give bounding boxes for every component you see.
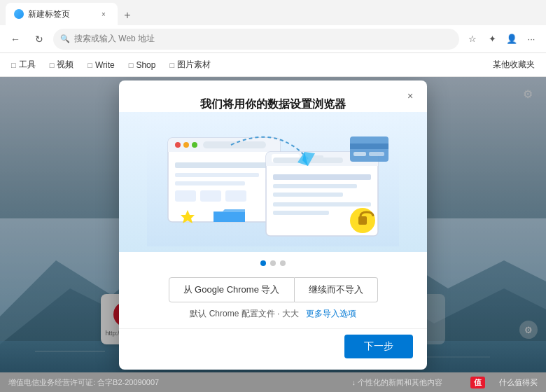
bookmark-tools-label: 工具 bbox=[19, 59, 36, 71]
svg-point-12 bbox=[175, 142, 181, 148]
svg-rect-15 bbox=[203, 141, 266, 148]
tab-bar: 新建标签页 × + bbox=[6, 0, 137, 25]
bookmark-images-label: 图片素材 bbox=[177, 59, 211, 71]
tab-title: 新建标签页 bbox=[28, 8, 70, 20]
new-tab-button[interactable]: + bbox=[118, 6, 137, 25]
svg-rect-38 bbox=[354, 152, 366, 156]
bookmark-images[interactable]: □ 图片素材 bbox=[164, 56, 216, 74]
import-from-chrome-button[interactable]: 从 Google Chrome 导入 bbox=[169, 277, 295, 302]
address-bar[interactable]: 🔍 搜索或输入 Web 地址 bbox=[53, 29, 459, 50]
address-text: 搜索或输入 Web 地址 bbox=[74, 33, 155, 45]
modal-illustration bbox=[119, 112, 427, 252]
star-icon[interactable]: ☆ bbox=[463, 30, 482, 48]
brand-icon: 值 bbox=[470, 377, 485, 388]
svg-rect-21 bbox=[225, 190, 246, 202]
import-options: 默认 Chrome 配置文件 · 大大 更多导入选项 bbox=[119, 308, 427, 328]
svg-rect-16 bbox=[175, 162, 273, 168]
svg-point-13 bbox=[183, 142, 189, 148]
bookmark-write-icon: □ bbox=[88, 61, 92, 69]
more-options-icon[interactable]: ··· bbox=[522, 30, 540, 48]
modal-close-button[interactable]: × bbox=[402, 88, 419, 104]
svg-rect-20 bbox=[200, 190, 221, 202]
bookmarks-right: 某他收藏夹 bbox=[487, 56, 540, 74]
modal-overlay: × 我们将用你的数据设置浏览器 bbox=[0, 77, 546, 372]
dot-2 bbox=[270, 260, 276, 266]
bookmark-video-label: 视频 bbox=[57, 59, 74, 71]
svg-rect-31 bbox=[273, 202, 371, 206]
bookmark-shop[interactable]: □ Shop bbox=[123, 57, 162, 73]
svg-rect-32 bbox=[273, 211, 329, 215]
page-content: ⚙ 微 http://zhongc... M Micros... W O Off… bbox=[0, 77, 546, 372]
bookmark-write-label: Write bbox=[95, 60, 115, 70]
bookmark-shop-label: Shop bbox=[136, 60, 155, 70]
svg-rect-39 bbox=[369, 152, 384, 156]
profile-icon[interactable]: 👤 bbox=[503, 30, 521, 48]
dot-1 bbox=[260, 260, 266, 266]
refresh-button[interactable]: ↻ bbox=[29, 29, 49, 49]
svg-rect-37 bbox=[350, 144, 388, 149]
download-text: ↓ 个性化的新闻和其他内容 bbox=[351, 377, 442, 388]
bookmark-video[interactable]: □ 视频 bbox=[44, 56, 80, 74]
import-options-text: 默认 Chrome 配置文件 · 大大 bbox=[190, 309, 298, 318]
bookmark-shop-icon: □ bbox=[129, 61, 134, 69]
bookmark-tools-icon: □ bbox=[11, 61, 16, 69]
other-bookmarks-label: 某他收藏夹 bbox=[493, 59, 535, 71]
favorites-icon[interactable]: ✦ bbox=[483, 30, 501, 48]
bottom-bar: 增值电信业务经营许可证: 合字B2-20090007 ↓ 个性化的新闻和其他内容… bbox=[0, 372, 546, 392]
svg-rect-18 bbox=[175, 181, 245, 186]
modal-footer: 下一步 bbox=[119, 328, 427, 370]
svg-rect-29 bbox=[273, 184, 357, 188]
svg-point-14 bbox=[192, 142, 197, 148]
svg-rect-19 bbox=[175, 190, 196, 202]
bookmark-images-icon: □ bbox=[169, 61, 174, 69]
tab-favicon bbox=[14, 9, 24, 19]
next-button[interactable]: 下一步 bbox=[344, 335, 413, 358]
modal-actions: 从 Google Chrome 导入 继续而不导入 bbox=[119, 272, 427, 308]
other-bookmarks[interactable]: 某他收藏夹 bbox=[487, 56, 540, 74]
page-dots bbox=[119, 252, 427, 272]
nav-actions: ☆ ✦ 👤 ··· bbox=[463, 30, 540, 48]
active-tab[interactable]: 新建标签页 × bbox=[6, 3, 118, 25]
browser-frame: 新建标签页 × + ← ↻ 🔍 搜索或输入 Web 地址 ☆ ✦ 👤 ··· □… bbox=[0, 0, 546, 392]
more-import-options-link[interactable]: 更多导入选项 bbox=[306, 309, 356, 318]
illustration-svg bbox=[147, 117, 399, 246]
svg-rect-17 bbox=[175, 173, 259, 177]
icp-text: 增值电信业务经营许可证: 合字B2-20090007 bbox=[8, 377, 159, 388]
bookmarks-bar: □ 工具 □ 视频 □ Write □ Shop □ 图片素材 某他收藏夹 bbox=[0, 53, 546, 77]
brand-text: 什么值得买 bbox=[499, 377, 538, 388]
bookmark-tools[interactable]: □ 工具 bbox=[6, 56, 41, 74]
close-icon: × bbox=[407, 90, 413, 102]
bookmark-video-icon: □ bbox=[50, 61, 55, 69]
svg-rect-30 bbox=[273, 192, 343, 197]
title-bar: 新建标签页 × + bbox=[0, 0, 546, 25]
import-dialog: × 我们将用你的数据设置浏览器 bbox=[119, 80, 427, 370]
dot-3 bbox=[280, 260, 286, 266]
tab-close-button[interactable]: × bbox=[98, 8, 109, 20]
modal-title: 我们将用你的数据设置浏览器 bbox=[119, 80, 427, 112]
back-button[interactable]: ← bbox=[6, 29, 25, 49]
svg-point-42 bbox=[361, 219, 364, 222]
nav-bar: ← ↻ 🔍 搜索或输入 Web 地址 ☆ ✦ 👤 ··· bbox=[0, 25, 546, 53]
search-icon: 🔍 bbox=[60, 34, 70, 43]
skip-import-button[interactable]: 继续而不导入 bbox=[295, 277, 378, 302]
svg-rect-28 bbox=[273, 174, 371, 180]
bookmark-write[interactable]: □ Write bbox=[82, 57, 120, 73]
